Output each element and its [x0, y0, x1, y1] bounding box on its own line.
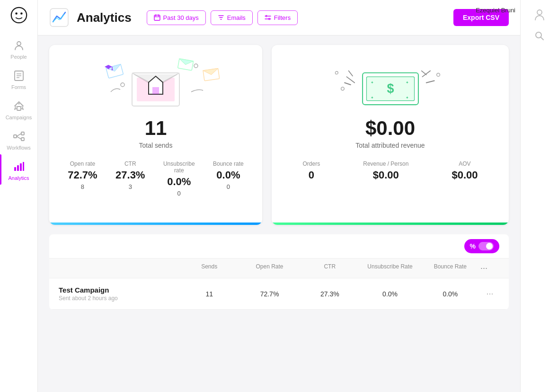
export-label: Export CSV: [463, 14, 499, 21]
sidebar-item-label: People: [10, 54, 27, 60]
main-content: Analytics Past 30 days Emails: [38, 0, 520, 392]
analytics-icon: [12, 160, 26, 173]
svg-rect-20: [154, 15, 160, 20]
search-icon: [534, 31, 545, 41]
people-icon: [12, 39, 26, 52]
campaign-bounce-rate: 0.0%: [420, 290, 480, 298]
svg-point-0: [11, 8, 26, 23]
aov-label: AOV: [459, 160, 470, 167]
workflows-icon: [12, 130, 26, 143]
svg-line-60: [540, 37, 543, 40]
filters-label: Filters: [274, 14, 291, 21]
revenue-stats: Orders 0 Revenue / Person $0.00 AOV $0.0…: [283, 160, 497, 181]
sidebar: People Forms Campaigns: [0, 0, 38, 392]
col-header-sends: Sends: [179, 263, 239, 273]
sidebar-item-analytics[interactable]: Analytics: [0, 154, 37, 185]
unsub-stat: Unsubscriberate 0.0% 0: [163, 160, 195, 197]
campaign-open-rate: 72.7%: [239, 290, 300, 298]
app-logo[interactable]: [9, 5, 29, 26]
filters-button[interactable]: Filters: [257, 10, 298, 25]
sidebar-item-label: Analytics: [8, 175, 29, 181]
total-revenue-label: Total attributed revenue: [283, 142, 497, 149]
analytics-header-icon: [49, 8, 69, 27]
bounce-label: Bounce rate: [213, 160, 244, 167]
campaign-info: Test Campaign Sent about 2 hours ago: [59, 286, 179, 302]
sends-card: 11 Total sends Open rate 72.7% 8 CTR 27.…: [49, 45, 262, 225]
page-header: Analytics Past 30 days Emails: [38, 0, 520, 36]
svg-rect-18: [23, 162, 24, 171]
svg-rect-10: [14, 135, 17, 138]
sends-stats: Open rate 72.7% 8 CTR 27.3% 3 Unsubscrib…: [61, 160, 251, 197]
svg-rect-12: [21, 138, 24, 141]
svg-point-58: [537, 10, 542, 15]
page-title: Analytics: [77, 10, 132, 25]
svg-rect-16: [17, 165, 19, 171]
toggle-row: %: [49, 234, 509, 258]
svg-text:✦: ✦: [406, 95, 409, 100]
col-header-ctr: CTR: [300, 263, 360, 273]
col-header-actions: ···: [480, 263, 499, 273]
date-filter-label: Past 30 days: [163, 14, 199, 21]
campaign-subtitle: Sent about 2 hours ago: [59, 295, 179, 302]
revenue-per-person-stat: Revenue / Person $0.00: [363, 160, 408, 181]
toggle-switch[interactable]: [478, 242, 494, 250]
sidebar-item-people[interactable]: People: [0, 33, 37, 63]
svg-rect-35: [152, 87, 159, 94]
filter-icon-emails: [218, 14, 224, 21]
rev-per-person-value: $0.00: [373, 169, 399, 181]
percentage-toggle[interactable]: %: [464, 239, 499, 253]
forms-icon: [12, 69, 26, 82]
rev-per-person-label: Revenue / Person: [363, 160, 408, 167]
svg-point-2: [20, 12, 23, 15]
emails-filter-button[interactable]: Emails: [211, 10, 253, 25]
sidebar-item-workflows[interactable]: Workflows: [0, 124, 37, 154]
svg-text:$: $: [387, 81, 394, 96]
filter-buttons: Past 30 days Emails F: [147, 10, 298, 25]
user-avatar-button[interactable]: [531, 6, 548, 23]
page-content: 11 Total sends Open rate 72.7% 8 CTR 27.…: [38, 36, 520, 392]
calendar-icon: [154, 14, 160, 21]
sidebar-item-forms[interactable]: Forms: [0, 63, 37, 94]
toggle-percent-label: %: [470, 242, 476, 250]
svg-point-56: [436, 73, 440, 77]
sends-card-bottom-bar: [49, 223, 262, 225]
campaigns-table-section: % Sends Open Rate CTR Unsubscribe Rate B…: [49, 234, 509, 310]
aov-value: $0.00: [452, 169, 478, 181]
filter-icon: [265, 14, 271, 21]
date-filter-button[interactable]: Past 30 days: [147, 10, 206, 25]
table-more-dots[interactable]: ···: [480, 263, 487, 273]
svg-rect-15: [14, 167, 16, 171]
sidebar-item-campaigns[interactable]: Campaigns: [0, 94, 37, 124]
svg-rect-11: [21, 132, 24, 135]
svg-point-3: [17, 42, 21, 45]
emails-filter-label: Emails: [227, 14, 246, 21]
search-button[interactable]: [531, 27, 548, 45]
campaign-name: Test Campaign: [59, 286, 179, 294]
svg-point-42: [121, 83, 124, 87]
bounce-value: 0.0%: [216, 169, 240, 181]
bounce-sub: 0: [227, 183, 230, 190]
sidebar-item-label: Campaigns: [6, 115, 32, 120]
svg-rect-8: [17, 107, 21, 110]
campaigns-icon: [12, 99, 26, 113]
svg-line-13: [17, 134, 21, 136]
user-icon: [533, 8, 546, 21]
svg-rect-17: [20, 163, 22, 171]
svg-rect-45: [107, 67, 109, 69]
row-more-button[interactable]: ···: [480, 289, 499, 299]
ctr-label: CTR: [124, 160, 136, 167]
campaign-ctr: 27.3%: [300, 290, 360, 298]
sidebar-item-label: Workflows: [7, 145, 31, 151]
total-revenue-number: $0.00: [283, 117, 497, 140]
orders-value: 0: [309, 169, 314, 181]
active-indicator: [0, 154, 1, 185]
ctr-sub: 3: [129, 183, 132, 190]
col-header-open-rate: Open Rate: [239, 263, 300, 273]
campaign-unsub-rate: 0.0%: [360, 290, 420, 298]
svg-text:✦: ✦: [370, 95, 373, 100]
sends-illustration: [80, 56, 231, 113]
revenue-card: $ ✦ ✦ ✦ ✦: [272, 45, 509, 225]
orders-label: Orders: [303, 160, 320, 167]
col-header-name: [59, 263, 179, 273]
open-rate-value: 72.7%: [68, 169, 97, 181]
